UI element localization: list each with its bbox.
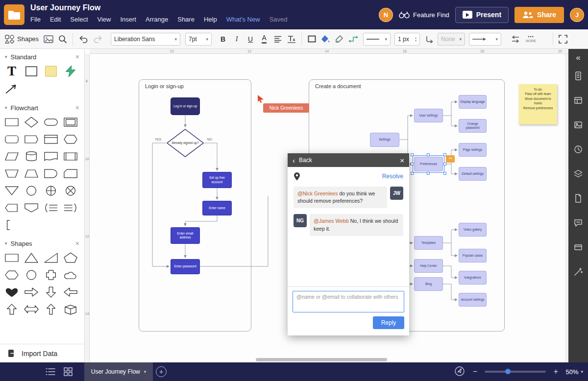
selection-handle[interactable] <box>411 172 414 175</box>
node-help-center[interactable]: Help Center <box>414 259 443 273</box>
shape-cloud[interactable] <box>61 267 80 283</box>
font-size-select[interactable]: 7pt ▾ <box>185 33 212 46</box>
shape-delay[interactable] <box>41 166 61 182</box>
shape-framed-rectangle[interactable] <box>61 114 80 130</box>
shape-summing-junction[interactable] <box>61 183 80 199</box>
comment-mention[interactable]: @Nick Greenlees <box>297 190 338 196</box>
shape-callout-left[interactable] <box>61 200 80 216</box>
shape-offpage[interactable] <box>22 131 41 147</box>
shape-arrow-up[interactable] <box>2 301 22 317</box>
node-enter-name[interactable]: Enter name <box>202 201 232 215</box>
shape-arrow-down[interactable] <box>41 284 61 300</box>
shape-arrow-right[interactable] <box>22 284 41 300</box>
shape-card[interactable] <box>61 166 80 182</box>
shape-merge[interactable] <box>2 183 22 199</box>
shape-decision[interactable] <box>22 114 41 130</box>
find-shapes-button[interactable] <box>56 32 69 46</box>
more-tools-button[interactable]: ••• MORE <box>523 32 539 47</box>
shape-lightning[interactable] <box>61 63 80 79</box>
document-title[interactable]: User Journey Flow <box>30 3 288 12</box>
shapes-panel-button[interactable]: Shapes <box>3 32 41 46</box>
italic-button[interactable]: I <box>230 32 243 46</box>
collaborator-avatar[interactable]: N <box>379 8 393 22</box>
stepper-down-icon[interactable]: ▾ <box>415 39 416 42</box>
shape-loop-limit[interactable] <box>22 200 41 216</box>
shape-terminator[interactable] <box>41 114 61 130</box>
node-preferences[interactable]: Preferences <box>414 157 443 171</box>
undo-button[interactable] <box>76 32 90 46</box>
magic-wand-icon[interactable] <box>568 261 588 283</box>
data-panel-icon[interactable] <box>568 89 588 112</box>
menu-help[interactable]: Help <box>204 16 217 23</box>
media-panel-icon[interactable] <box>568 114 588 136</box>
node-popular-cases[interactable]: Popular cases <box>459 249 487 262</box>
stepper-arrows[interactable]: ▴▾ <box>415 36 416 42</box>
zoom-level-select[interactable]: 50% ▾ <box>565 368 583 376</box>
feature-find-button[interactable]: Feature Find <box>399 11 449 19</box>
app-logo[interactable] <box>4 4 24 25</box>
shape-manual-operation[interactable] <box>2 166 22 182</box>
node-settings[interactable]: Settings <box>370 133 399 147</box>
node-blog[interactable]: Blog <box>414 277 443 291</box>
close-popup-button[interactable]: × <box>400 156 404 165</box>
shape-predefined-process[interactable] <box>61 148 80 165</box>
comment-input[interactable] <box>293 291 404 312</box>
comment-author-avatar[interactable]: JW <box>390 187 403 200</box>
selection-handle[interactable] <box>443 163 446 166</box>
menu-insert[interactable]: Insert <box>120 16 136 23</box>
comment-anchor-icon[interactable]: ““ <box>446 155 455 163</box>
node-user-settings[interactable]: User settings <box>414 109 443 122</box>
node-default-settings[interactable]: Default settings <box>459 167 487 181</box>
resolve-link[interactable]: Resolve <box>382 173 403 180</box>
shape-pentagon[interactable] <box>61 250 80 266</box>
underline-button[interactable]: U <box>244 32 257 46</box>
bold-button[interactable]: B <box>217 32 229 46</box>
pan-tool-icon[interactable] <box>454 366 465 378</box>
shape-arrow-left-right[interactable] <box>22 301 41 317</box>
shape-process[interactable] <box>2 114 22 130</box>
selection-handle[interactable] <box>427 172 430 175</box>
line-weight-stepper[interactable]: 1 px ▴▾ <box>394 33 420 46</box>
shape-right-triangle[interactable] <box>41 250 61 266</box>
zoom-out-button[interactable]: − <box>471 367 479 376</box>
present-button[interactable]: Present <box>455 7 509 23</box>
chevron-down-icon[interactable]: ▾ <box>5 241 7 246</box>
redo-button[interactable] <box>91 32 105 46</box>
node-templates[interactable]: Templates <box>414 236 443 250</box>
selection-handle[interactable] <box>411 163 414 166</box>
connector-style-button[interactable] <box>346 32 360 46</box>
menu-arrange[interactable]: Arrange <box>146 16 168 23</box>
share-button[interactable]: Share <box>514 7 564 23</box>
add-page-button[interactable]: + <box>156 366 167 377</box>
zoom-in-button[interactable]: + <box>552 367 560 376</box>
fullscreen-button[interactable] <box>557 32 569 46</box>
node-enter-password[interactable]: Enter password <box>171 259 200 274</box>
shape-rectangle[interactable] <box>2 250 22 266</box>
grid-view-icon[interactable] <box>62 365 74 378</box>
chevron-down-icon[interactable]: ▾ <box>5 54 7 59</box>
node-decision[interactable]: Already signed up? <box>166 128 204 158</box>
shape-circle[interactable] <box>22 267 41 283</box>
layers-icon[interactable] <box>568 163 588 185</box>
back-button[interactable]: ‹ Back <box>293 157 312 164</box>
zoom-slider-handle[interactable] <box>505 369 511 374</box>
close-icon[interactable]: × <box>75 53 79 61</box>
canvas[interactable]: 10 12 14 16 18 20 8 10 12 14 <box>85 49 568 362</box>
shape-arrow-tool[interactable] <box>2 80 22 96</box>
selection-handle[interactable] <box>411 153 414 156</box>
shape-style-button[interactable] <box>305 32 318 46</box>
line-color-button[interactable] <box>333 32 345 46</box>
shape-arrow-up-2[interactable] <box>41 301 61 317</box>
swap-direction-button[interactable] <box>509 32 522 46</box>
shape-data[interactable] <box>2 148 22 165</box>
font-family-select[interactable]: Liberation Sans ▾ <box>111 33 180 46</box>
close-icon[interactable]: × <box>75 239 79 247</box>
node-login[interactable]: Log in or sign up <box>171 97 200 115</box>
line-style-select[interactable]: ▾ <box>363 33 391 46</box>
document-tab[interactable]: User Journey Flow ▾ <box>84 362 153 381</box>
node-setup-account[interactable]: Set up free account <box>202 172 232 188</box>
text-options-button[interactable] <box>285 32 298 46</box>
notes-icon[interactable] <box>568 187 588 210</box>
horizontal-scrollbar-thumb[interactable] <box>256 358 387 361</box>
close-icon[interactable]: × <box>75 104 79 112</box>
